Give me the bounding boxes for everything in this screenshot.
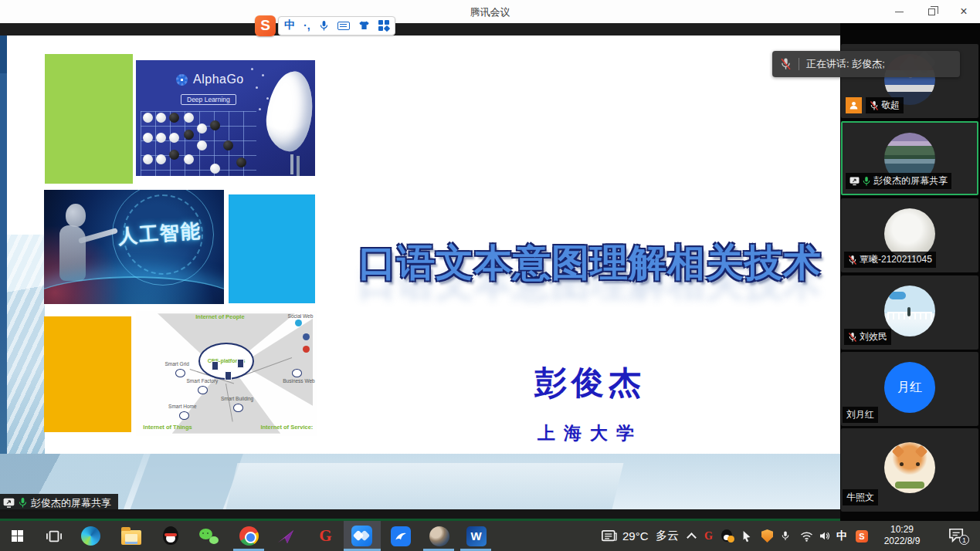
- participant-name-chip: 覃曦-2120211045: [844, 252, 936, 268]
- restore-button[interactable]: [915, 0, 948, 23]
- word-icon: W: [466, 526, 487, 546]
- screen-share-label-text: 彭俊杰的屏幕共享: [31, 496, 111, 510]
- taskbar-clock[interactable]: 10:29 2022/8/9: [877, 524, 927, 547]
- wifi-icon: [800, 531, 813, 542]
- participant-name: 覃曦-2120211045: [860, 253, 932, 266]
- tray-ime-mode[interactable]: 中: [836, 521, 847, 551]
- iot-label-smart-factory: Smart Factory: [187, 378, 219, 384]
- tray-qq[interactable]: [721, 521, 733, 551]
- ime-punctuation-toggle[interactable]: ·,: [303, 19, 310, 32]
- wechat-icon: [199, 527, 219, 546]
- screen-share-icon: [849, 177, 860, 186]
- news-icon: [602, 529, 617, 543]
- participant-name: 刘月红: [846, 408, 874, 421]
- tray-pointer-tool[interactable]: [741, 521, 752, 551]
- task-view-icon: [46, 529, 63, 544]
- minimize-button[interactable]: [883, 0, 915, 23]
- action-center-button[interactable]: 1: [948, 527, 965, 543]
- task-view-button[interactable]: [43, 526, 64, 546]
- sogou-logo-icon[interactable]: S: [255, 15, 276, 36]
- ime-keyboard-icon[interactable]: [337, 22, 350, 30]
- windows-taskbar: G W 29°C 多云 G 中 S: [0, 521, 980, 551]
- avatar: [884, 442, 935, 493]
- participant-tile[interactable]: 覃曦-2120211045: [841, 198, 978, 272]
- tray-microphone[interactable]: [781, 521, 790, 551]
- iot-label-things: Internet of Things: [143, 424, 192, 431]
- ime-skin-icon[interactable]: [358, 20, 370, 31]
- banner-divider: [799, 58, 799, 70]
- file-explorer-button[interactable]: [120, 526, 141, 546]
- ime-toolbox-icon[interactable]: [378, 20, 389, 31]
- weather-condition[interactable]: 多云: [656, 521, 679, 551]
- ime-toolbar: S 中 ·,: [255, 15, 395, 36]
- xunlei-button[interactable]: [390, 526, 411, 546]
- sogou-browser-button[interactable]: G: [315, 526, 336, 546]
- news-weather-button[interactable]: [602, 521, 617, 551]
- tray-wifi[interactable]: [800, 521, 813, 551]
- edge-button[interactable]: [80, 526, 101, 546]
- ime-lang-toggle[interactable]: 中: [284, 19, 295, 32]
- mic-on-icon: [862, 176, 871, 187]
- slide-green-block: [45, 54, 133, 184]
- ai-image: 人工智能: [44, 190, 224, 304]
- participant-name: 敬超: [881, 99, 900, 112]
- participant-name-chip: 刘效民: [844, 329, 891, 345]
- start-button[interactable]: [7, 526, 28, 546]
- mic-muted-icon: [780, 58, 792, 70]
- notification-badge: 1: [959, 535, 969, 545]
- photos-app-button[interactable]: [429, 526, 449, 546]
- tray-sogou-browser[interactable]: G: [704, 521, 713, 551]
- letterbox-top: [0, 23, 840, 35]
- participant-tile[interactable]: 刘效民: [841, 276, 978, 350]
- sogou-g-icon: G: [704, 530, 713, 543]
- chrome-button[interactable]: [239, 526, 259, 546]
- slide-cyan-block: [229, 194, 315, 303]
- participant-name: 刘效民: [860, 330, 887, 343]
- slide-orange-block: [44, 316, 131, 432]
- quark-button[interactable]: [275, 526, 296, 546]
- tray-volume[interactable]: [819, 521, 831, 551]
- tencent-meeting-window: 腾讯会议 × S 中 ·,: [0, 0, 980, 551]
- word-button[interactable]: W: [466, 526, 487, 546]
- window-titlebar: 腾讯会议 ×: [0, 0, 980, 23]
- iot-label-social-web: Social Web: [288, 313, 314, 319]
- edge-icon: [81, 526, 100, 546]
- avatar: 月红: [884, 362, 935, 413]
- tray-security-shield[interactable]: [761, 521, 773, 551]
- alphago-title: AlphaGo: [193, 73, 244, 86]
- participant-tile[interactable]: 月红 刘月红: [841, 352, 978, 426]
- tray-sogou-ime[interactable]: S: [856, 521, 868, 551]
- mic-muted-icon: [848, 332, 857, 343]
- alphago-logo-icon: [176, 74, 188, 86]
- weather-temp[interactable]: 29°C: [622, 521, 649, 551]
- participant-name-chip: 刘月红: [843, 407, 878, 423]
- alphago-image: AlphaGo Deep Learning: [136, 60, 315, 176]
- go-board: [141, 111, 256, 176]
- clock-date: 2022/8/9: [877, 536, 927, 547]
- person-icon: [849, 100, 859, 110]
- deep-learning-tag: Deep Learning: [181, 94, 236, 105]
- tray-expand-button[interactable]: [688, 521, 695, 551]
- shared-desktop: AlphaGo Deep Learning: [0, 35, 840, 509]
- wechat-button[interactable]: [198, 526, 219, 546]
- qq-button[interactable]: [160, 526, 181, 546]
- ime-voice-icon[interactable]: [319, 20, 329, 32]
- screen-share-icon: [3, 498, 15, 509]
- close-button[interactable]: ×: [948, 0, 980, 23]
- clock-time: 10:29: [877, 524, 927, 536]
- tencent-meeting-icon: [351, 526, 372, 546]
- paper-plane-icon: [276, 527, 295, 546]
- iot-label-smart-home: Smart Home: [168, 404, 196, 409]
- avatar: [884, 286, 935, 336]
- participant-name-chip: 敬超: [866, 97, 904, 113]
- participant-tile[interactable]: 牛照文: [841, 428, 978, 512]
- participant-name: 彭俊杰的屏幕共享: [873, 174, 948, 188]
- ai-robot: [66, 204, 86, 227]
- participant-tile-sharing[interactable]: 彭俊杰的屏幕共享: [841, 121, 978, 195]
- iot-diagram: Internet of People CPS-platforms Smart G…: [136, 311, 317, 436]
- tencent-meeting-button[interactable]: [351, 526, 372, 546]
- sogou-g-icon: G: [319, 526, 331, 546]
- speaking-banner-text: 正在讲话: 彭俊杰;: [806, 57, 885, 71]
- qq-icon: [162, 526, 179, 546]
- qq-icon: [721, 529, 733, 543]
